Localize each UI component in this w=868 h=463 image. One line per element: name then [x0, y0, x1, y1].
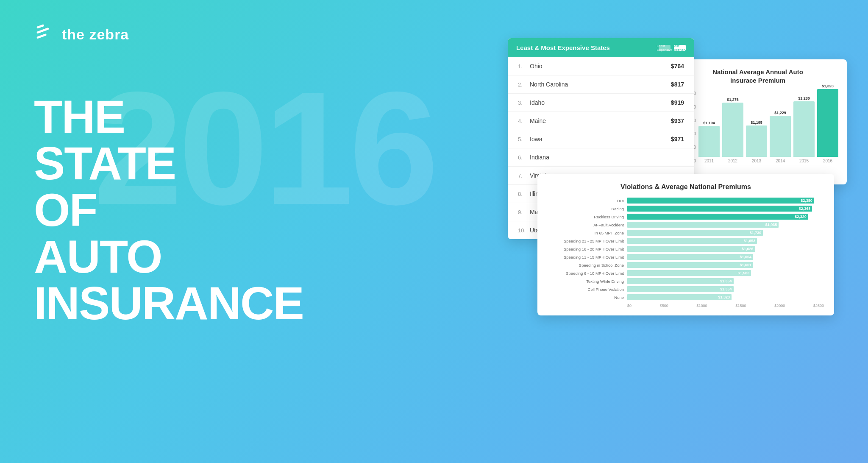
- bar-group: $1,229 2014: [770, 111, 791, 163]
- card-violations-title: Violations & Average National Premiums: [548, 183, 824, 191]
- state-name: Indiana: [530, 154, 684, 161]
- violation-label: Cell Phone Violation: [548, 287, 624, 292]
- violation-label: Racing: [548, 206, 624, 211]
- state-row: 1. Ohio $764: [508, 57, 694, 75]
- state-row: 3. Idaho $919: [508, 94, 694, 112]
- state-price: $764: [671, 63, 684, 70]
- violation-bar-wrap: $2,368: [627, 206, 824, 212]
- bar: [698, 126, 720, 157]
- violation-bar-wrap: $1,601: [627, 262, 824, 268]
- state-price: $919: [671, 99, 684, 106]
- violations-x-axis: $0$500$1000$1500$2000$2500: [548, 304, 824, 308]
- state-rank: 10.: [518, 227, 530, 234]
- violation-row: At-Fault Accident $1,935: [548, 222, 824, 228]
- violation-bar-wrap: $1,604: [627, 254, 824, 260]
- violation-bar-wrap: $2,320: [627, 214, 824, 220]
- violation-bar: $2,368: [627, 206, 812, 212]
- violation-price: $1,730: [750, 231, 762, 235]
- violation-bar-wrap: $1,653: [627, 238, 824, 244]
- bar-chart: $1350$1300$1250$1200$1150$1100 $1,194 20…: [677, 91, 838, 176]
- violation-bar: $1,935: [627, 222, 779, 228]
- violation-bar: $1,354: [627, 278, 734, 284]
- violation-bar: $2,320: [627, 214, 808, 220]
- violation-bar: $1,583: [627, 270, 751, 276]
- violation-bar: $2,380: [627, 198, 814, 204]
- violation-bar: $1,354: [627, 286, 734, 292]
- violation-row: Cell Phone Violation $1,354: [548, 286, 824, 292]
- violation-price: $1,935: [765, 223, 777, 227]
- violation-price: $1,323: [718, 295, 730, 299]
- violation-row: Speeding in School Zone $1,601: [548, 262, 824, 268]
- violation-row: Racing $2,368: [548, 206, 824, 212]
- violation-price: $1,354: [720, 287, 732, 291]
- violation-bar-wrap: $1,354: [627, 278, 824, 284]
- bar-group: $1,280 2015: [793, 96, 815, 163]
- svg-rect-1: [36, 28, 49, 34]
- violation-price: $1,601: [740, 263, 751, 267]
- state-rank: 5.: [518, 136, 530, 142]
- bar-value: $1,323: [822, 84, 834, 88]
- violation-bar-wrap: $1,935: [627, 222, 824, 228]
- state-name: Maine: [530, 117, 671, 124]
- card-violations: Violations & Average National Premiums D…: [537, 174, 834, 315]
- violations-x-label: $1500: [735, 304, 746, 308]
- state-row: 6. Indiana: [508, 148, 694, 167]
- card-annual: National Average Annual AutoInsurace Pre…: [669, 59, 847, 184]
- bar: [793, 101, 815, 157]
- state-row: 5. Iowa $971: [508, 130, 694, 148]
- card-states-title: Least & Most Expensive States: [516, 44, 610, 51]
- state-rank: 3.: [518, 100, 530, 106]
- bar-year: 2016: [823, 159, 832, 163]
- violation-bar: $1,601: [627, 262, 753, 268]
- bar-value: $1,195: [751, 120, 762, 125]
- violation-bar: $1,323: [627, 294, 732, 300]
- bar-value: $1,276: [727, 98, 739, 102]
- violation-bar-wrap: $1,354: [627, 286, 824, 292]
- violation-price: $2,320: [795, 215, 807, 219]
- state-price: $937: [671, 117, 684, 124]
- violation-price: $2,368: [799, 206, 811, 211]
- violation-label: Speeding 11 - 15 MPH Over Limit: [548, 255, 624, 259]
- bar-value: $1,280: [798, 96, 810, 100]
- bar-year: 2012: [728, 159, 737, 163]
- legend-most: Most Expensive: [674, 45, 686, 51]
- bar-year: 2015: [799, 159, 809, 163]
- violation-bar-wrap: $1,730: [627, 230, 824, 236]
- violation-label: None: [548, 295, 624, 300]
- violations-x-label: $1000: [697, 304, 707, 308]
- state-name: Iowa: [530, 136, 671, 142]
- bar-year: 2014: [776, 159, 785, 163]
- violation-bar: $1,730: [627, 230, 763, 236]
- bar-group: $1,195 2013: [746, 120, 767, 163]
- violation-bar: $1,604: [627, 254, 753, 260]
- state-price: $971: [671, 136, 684, 142]
- bar-group: $1,323 2016: [817, 84, 838, 163]
- violation-row: Speeding 16 - 20 MPH Over Limit $1,626: [548, 246, 824, 252]
- svg-rect-0: [36, 24, 45, 29]
- hero-title: THE STATE OF AUTO INSURANCE: [34, 93, 303, 326]
- state-rank: 1.: [518, 63, 530, 70]
- violation-label: Speeding 6 - 10 MPH Over Limit: [548, 271, 624, 276]
- legend-least: Least Expensive: [659, 45, 670, 51]
- logo-text: the zebra: [62, 26, 129, 43]
- state-name: Ohio: [530, 63, 671, 70]
- state-name: Idaho: [530, 99, 671, 106]
- bar-year: 2011: [704, 159, 714, 163]
- bar-group: $1,194 2011: [698, 121, 720, 163]
- violation-row: Texting While Driving $1,354: [548, 278, 824, 284]
- violation-price: $1,354: [720, 279, 732, 283]
- violation-row: Speeding 11 - 15 MPH Over Limit $1,604: [548, 254, 824, 260]
- bar-value: $1,229: [774, 111, 786, 115]
- violation-row: Reckless Driving $2,320: [548, 214, 824, 220]
- state-rank: 6.: [518, 154, 530, 161]
- state-rank: 8.: [518, 191, 530, 197]
- state-name: North Carolina: [530, 81, 671, 88]
- bar: [722, 103, 743, 157]
- violation-price: $1,626: [742, 247, 754, 251]
- violations-x-label: $2000: [774, 304, 785, 308]
- violation-label: In 65 MPH Zone: [548, 231, 624, 235]
- violations-x-label: $2500: [813, 304, 824, 308]
- bar: [817, 89, 838, 157]
- violation-price: $1,583: [738, 271, 750, 275]
- state-row: 4. Maine $937: [508, 112, 694, 130]
